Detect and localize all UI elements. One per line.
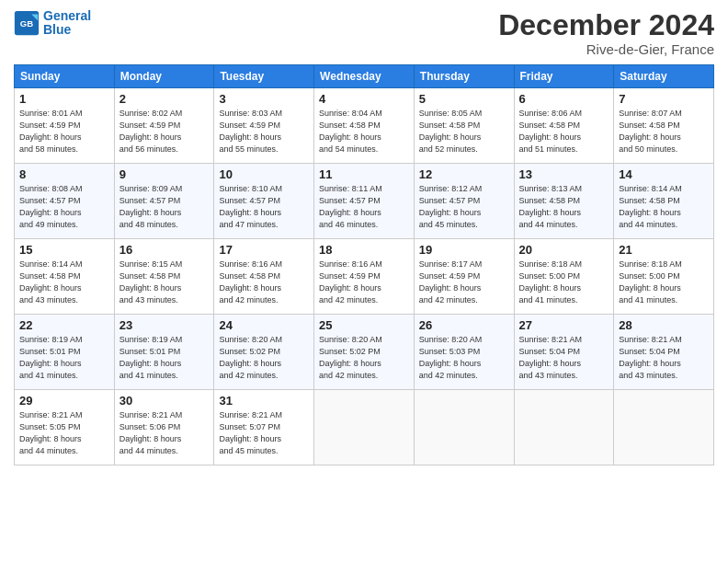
- day-number: 23: [119, 318, 210, 332]
- day-cell: 3Sunrise: 8:03 AMSunset: 4:59 PMDaylight…: [214, 88, 314, 164]
- week-row-5: 29Sunrise: 8:21 AMSunset: 5:05 PMDayligh…: [15, 390, 714, 465]
- day-number: 31: [219, 394, 309, 408]
- day-number: 17: [219, 243, 309, 257]
- day-info: Sunrise: 8:20 AMSunset: 5:03 PMDaylight:…: [419, 334, 509, 382]
- day-number: 18: [319, 243, 409, 257]
- day-info: Sunrise: 8:03 AMSunset: 4:59 PMDaylight:…: [219, 108, 309, 155]
- day-number: 19: [419, 243, 509, 257]
- day-number: 14: [619, 167, 709, 181]
- day-cell: 1Sunrise: 8:01 AMSunset: 4:59 PMDaylight…: [15, 88, 115, 164]
- day-cell: 4Sunrise: 8:04 AMSunset: 4:58 PMDaylight…: [314, 88, 415, 164]
- logo-line1: General: [43, 8, 91, 23]
- day-cell: 20Sunrise: 8:18 AMSunset: 5:00 PMDayligh…: [514, 239, 614, 315]
- logo-text: General Blue: [43, 9, 91, 38]
- day-info: Sunrise: 8:21 AMSunset: 5:04 PMDaylight:…: [519, 334, 609, 382]
- day-number: 5: [419, 92, 509, 106]
- day-cell: 10Sunrise: 8:10 AMSunset: 4:57 PMDayligh…: [214, 164, 314, 239]
- day-cell: [514, 390, 614, 465]
- header: GB General Blue December 2024 Rive-de-Gi…: [14, 9, 714, 57]
- day-info: Sunrise: 8:21 AMSunset: 5:04 PMDaylight:…: [619, 334, 709, 382]
- day-info: Sunrise: 8:09 AMSunset: 4:57 PMDaylight:…: [119, 183, 210, 231]
- day-number: 12: [419, 167, 509, 181]
- day-info: Sunrise: 8:18 AMSunset: 5:00 PMDaylight:…: [619, 259, 709, 306]
- day-info: Sunrise: 8:12 AMSunset: 4:57 PMDaylight:…: [419, 183, 509, 231]
- day-cell: 8Sunrise: 8:08 AMSunset: 4:57 PMDaylight…: [15, 164, 115, 239]
- day-info: Sunrise: 8:20 AMSunset: 5:02 PMDaylight:…: [219, 334, 309, 382]
- day-number: 22: [19, 318, 109, 332]
- day-cell: [314, 390, 415, 465]
- day-number: 25: [319, 318, 409, 332]
- week-row-2: 8Sunrise: 8:08 AMSunset: 4:57 PMDaylight…: [15, 164, 714, 239]
- day-number: 2: [119, 92, 210, 106]
- col-header-thursday: Thursday: [414, 65, 514, 88]
- day-cell: 14Sunrise: 8:14 AMSunset: 4:58 PMDayligh…: [614, 164, 714, 239]
- day-number: 21: [619, 243, 709, 257]
- day-info: Sunrise: 8:16 AMSunset: 4:59 PMDaylight:…: [319, 259, 409, 306]
- day-cell: 15Sunrise: 8:14 AMSunset: 4:58 PMDayligh…: [15, 239, 115, 315]
- day-cell: 18Sunrise: 8:16 AMSunset: 4:59 PMDayligh…: [314, 239, 415, 315]
- subtitle: Rive-de-Gier, France: [498, 41, 714, 57]
- day-cell: 26Sunrise: 8:20 AMSunset: 5:03 PMDayligh…: [414, 315, 514, 390]
- day-info: Sunrise: 8:02 AMSunset: 4:59 PMDaylight:…: [119, 108, 210, 155]
- col-header-sunday: Sunday: [15, 65, 115, 88]
- day-number: 4: [319, 92, 409, 106]
- day-cell: 13Sunrise: 8:13 AMSunset: 4:58 PMDayligh…: [514, 164, 614, 239]
- day-number: 29: [19, 394, 109, 408]
- day-info: Sunrise: 8:21 AMSunset: 5:05 PMDaylight:…: [19, 409, 109, 457]
- day-info: Sunrise: 8:11 AMSunset: 4:57 PMDaylight:…: [319, 183, 409, 231]
- day-number: 1: [19, 92, 109, 106]
- day-cell: 21Sunrise: 8:18 AMSunset: 5:00 PMDayligh…: [614, 239, 714, 315]
- day-info: Sunrise: 8:21 AMSunset: 5:06 PMDaylight:…: [119, 409, 210, 457]
- day-number: 3: [219, 92, 309, 106]
- day-info: Sunrise: 8:15 AMSunset: 4:58 PMDaylight:…: [119, 259, 210, 306]
- main-title: December 2024: [498, 9, 714, 41]
- day-cell: 23Sunrise: 8:19 AMSunset: 5:01 PMDayligh…: [114, 315, 214, 390]
- week-row-1: 1Sunrise: 8:01 AMSunset: 4:59 PMDaylight…: [15, 88, 714, 164]
- day-number: 20: [519, 243, 609, 257]
- day-info: Sunrise: 8:08 AMSunset: 4:57 PMDaylight:…: [19, 183, 109, 231]
- day-info: Sunrise: 8:17 AMSunset: 4:59 PMDaylight:…: [419, 259, 509, 306]
- day-info: Sunrise: 8:04 AMSunset: 4:58 PMDaylight:…: [319, 108, 409, 155]
- col-header-tuesday: Tuesday: [214, 65, 314, 88]
- day-cell: 5Sunrise: 8:05 AMSunset: 4:58 PMDaylight…: [414, 88, 514, 164]
- svg-text:GB: GB: [20, 19, 33, 29]
- title-block: December 2024 Rive-de-Gier, France: [498, 9, 714, 57]
- day-number: 16: [119, 243, 210, 257]
- day-info: Sunrise: 8:16 AMSunset: 4:58 PMDaylight:…: [219, 259, 309, 306]
- day-number: 28: [619, 318, 709, 332]
- day-cell: 17Sunrise: 8:16 AMSunset: 4:58 PMDayligh…: [214, 239, 314, 315]
- logo-icon: GB: [14, 10, 40, 36]
- day-cell: 27Sunrise: 8:21 AMSunset: 5:04 PMDayligh…: [514, 315, 614, 390]
- day-number: 30: [119, 394, 210, 408]
- day-number: 9: [119, 167, 210, 181]
- col-header-saturday: Saturday: [614, 65, 714, 88]
- day-cell: 9Sunrise: 8:09 AMSunset: 4:57 PMDaylight…: [114, 164, 214, 239]
- day-info: Sunrise: 8:19 AMSunset: 5:01 PMDaylight:…: [19, 334, 109, 382]
- day-cell: 28Sunrise: 8:21 AMSunset: 5:04 PMDayligh…: [614, 315, 714, 390]
- day-info: Sunrise: 8:06 AMSunset: 4:58 PMDaylight:…: [519, 108, 609, 155]
- day-number: 26: [419, 318, 509, 332]
- day-cell: 30Sunrise: 8:21 AMSunset: 5:06 PMDayligh…: [114, 390, 214, 465]
- day-cell: [614, 390, 714, 465]
- logo: GB General Blue: [14, 9, 91, 38]
- day-number: 7: [619, 92, 709, 106]
- day-number: 10: [219, 167, 309, 181]
- page: GB General Blue December 2024 Rive-de-Gi…: [0, 0, 728, 563]
- day-number: 8: [19, 167, 109, 181]
- day-info: Sunrise: 8:10 AMSunset: 4:57 PMDaylight:…: [219, 183, 309, 231]
- day-cell: 16Sunrise: 8:15 AMSunset: 4:58 PMDayligh…: [114, 239, 214, 315]
- day-number: 13: [519, 167, 609, 181]
- day-cell: 2Sunrise: 8:02 AMSunset: 4:59 PMDaylight…: [114, 88, 214, 164]
- day-info: Sunrise: 8:01 AMSunset: 4:59 PMDaylight:…: [19, 108, 109, 155]
- col-header-monday: Monday: [114, 65, 214, 88]
- day-info: Sunrise: 8:05 AMSunset: 4:58 PMDaylight:…: [419, 108, 509, 155]
- day-info: Sunrise: 8:14 AMSunset: 4:58 PMDaylight:…: [619, 183, 709, 231]
- day-cell: 12Sunrise: 8:12 AMSunset: 4:57 PMDayligh…: [414, 164, 514, 239]
- day-number: 15: [19, 243, 109, 257]
- day-number: 27: [519, 318, 609, 332]
- logo-line2: Blue: [43, 22, 71, 37]
- day-cell: 6Sunrise: 8:06 AMSunset: 4:58 PMDaylight…: [514, 88, 614, 164]
- day-cell: 19Sunrise: 8:17 AMSunset: 4:59 PMDayligh…: [414, 239, 514, 315]
- day-info: Sunrise: 8:19 AMSunset: 5:01 PMDaylight:…: [119, 334, 210, 382]
- col-header-wednesday: Wednesday: [314, 65, 415, 88]
